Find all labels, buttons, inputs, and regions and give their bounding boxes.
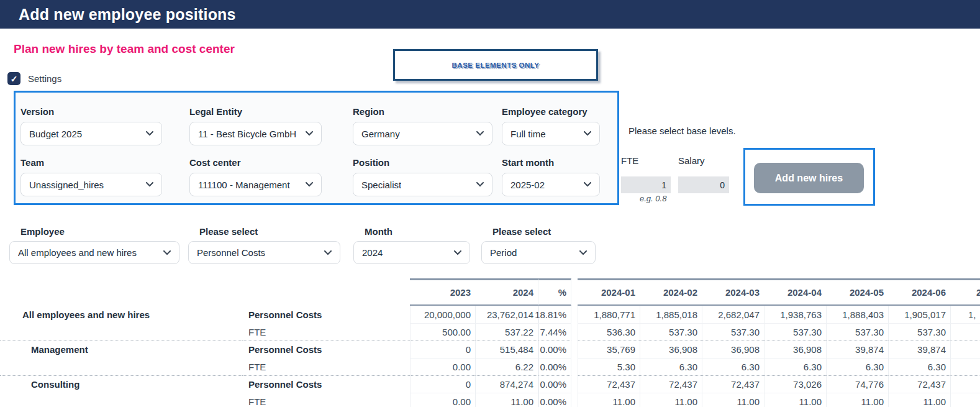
value-cell: 7.44% — [538, 323, 571, 341]
value-cell: 72,437 — [640, 375, 702, 393]
value-cell-clipped — [950, 393, 980, 407]
field-position: Position Specialist — [353, 157, 492, 196]
value-cell: 1,888,403 — [826, 306, 888, 323]
chevron-down-icon — [324, 250, 332, 255]
value-cell: 11.00 — [702, 393, 764, 407]
field-cost-center: Cost center 111100 - Management — [189, 157, 322, 196]
page-title: Add new employee positions — [19, 6, 236, 24]
value-cell: 11.00 — [475, 393, 538, 407]
value-cell: 39,874 — [888, 341, 950, 358]
value-cell: 1,905,017 — [888, 306, 950, 323]
field-employee-category: Employee category Full time — [502, 106, 600, 145]
filter-employee: Employee All employees and new hires — [9, 226, 179, 264]
value-cell: 0.00% — [538, 358, 571, 375]
col-header-pct: % — [538, 278, 571, 306]
employee-filter-label: Employee — [20, 226, 179, 237]
measure-filter-dropdown[interactable]: Personnel Costs — [188, 241, 340, 264]
employee-filter-dropdown[interactable]: All employees and new hires — [9, 241, 179, 264]
value-cell: 1,880,771 — [578, 306, 640, 323]
chevron-down-icon — [306, 182, 313, 187]
value-cell: 537.30 — [826, 323, 888, 341]
add-new-hires-button[interactable]: Add new hires — [754, 163, 864, 193]
fte-input[interactable] — [621, 176, 671, 193]
chevron-down-icon — [146, 182, 153, 187]
team-dropdown[interactable]: Unassigned_hires — [20, 173, 162, 196]
cost-center-value: 111100 - Management — [198, 180, 290, 190]
chevron-down-icon — [476, 182, 484, 187]
base-levels-hint: Please select base levels. — [628, 126, 736, 136]
value-cell: 72,437 — [578, 375, 640, 393]
employee-category-value: Full time — [510, 129, 546, 139]
col-header-clipped: 2 — [950, 278, 980, 306]
base-elements-banner: BASE ELEMENTS ONLY — [393, 49, 598, 81]
value-cell: 874,274 — [475, 375, 538, 393]
col-header-2024-05: 2024-05 — [826, 278, 888, 306]
month-filter-label: Month — [365, 226, 470, 237]
settings-checkbox-label: Settings — [28, 73, 61, 84]
value-cell-clipped — [950, 358, 980, 375]
value-cell: 74,776 — [826, 375, 888, 393]
metric-label: Personnel Costs — [242, 375, 410, 393]
period-filter-value: Period — [490, 247, 517, 258]
start-month-value: 2025-02 — [510, 180, 545, 190]
col-header-2024-02: 2024-02 — [640, 278, 702, 306]
value-cell: 0 — [410, 375, 475, 393]
value-cell: 2,682,047 — [702, 306, 764, 323]
legal-entity-dropdown[interactable]: 11 - Best Bicycle GmbH — [189, 122, 322, 145]
col-header-2024-06: 2024-06 — [888, 278, 950, 306]
value-cell: 11.00 — [764, 393, 826, 407]
fte-label: FTE — [621, 155, 638, 166]
chevron-down-icon — [454, 250, 461, 255]
salary-input[interactable] — [678, 176, 729, 193]
settings-panel: Version Budget 2025 Legal Entity 11 - Be… — [14, 91, 619, 205]
cost-center-dropdown[interactable]: 111100 - Management — [189, 173, 322, 196]
cost-center-label: Cost center — [189, 157, 322, 168]
table-row: FTE 0.00 6.22 0.00% 5.30 6.30 6.30 6.30 … — [0, 358, 980, 375]
value-cell: 0 — [410, 341, 475, 358]
value-cell: 537.30 — [702, 323, 764, 341]
value-cell: 0.00% — [538, 341, 571, 358]
row-label — [0, 393, 242, 407]
row-label: Management — [0, 341, 242, 358]
metric-label: FTE — [242, 323, 410, 341]
version-dropdown[interactable]: Budget 2025 — [20, 122, 162, 145]
table-header-row: 2023 2024 % 2024-01 2024-02 2024-03 2024… — [0, 278, 980, 306]
settings-checkbox[interactable]: ✓ — [7, 72, 20, 85]
version-label: Version — [20, 106, 162, 117]
value-cell-clipped — [950, 323, 980, 341]
region-dropdown[interactable]: Germany — [353, 122, 492, 145]
start-month-label: Start month — [502, 157, 600, 168]
value-cell: 35,769 — [578, 341, 640, 358]
value-cell: 537.30 — [640, 323, 702, 341]
value-cell: 6.30 — [764, 358, 826, 375]
value-cell: 6.30 — [888, 358, 950, 375]
month-filter-dropdown[interactable]: 2024 — [353, 241, 470, 264]
col-header-2024-03: 2024-03 — [702, 278, 764, 306]
value-cell: 537.30 — [888, 323, 950, 341]
value-cell: 6.30 — [702, 358, 764, 375]
chevron-down-icon — [579, 250, 587, 255]
legal-entity-label: Legal Entity — [189, 106, 322, 117]
start-month-dropdown[interactable]: 2025-02 — [502, 173, 600, 196]
chevron-down-icon — [476, 131, 484, 136]
value-cell: 0.00% — [538, 375, 571, 393]
legal-entity-value: 11 - Best Bicycle GmbH — [198, 129, 296, 139]
fte-example-hint: e.g. 0.8 — [640, 194, 666, 203]
region-label: Region — [353, 106, 492, 117]
value-cell: 0.00 — [410, 358, 475, 375]
value-cell: 73,026 — [764, 375, 826, 393]
period-filter-dropdown[interactable]: Period — [481, 241, 596, 264]
value-cell: 36,908 — [702, 341, 764, 358]
table-row: All employees and new hires Personnel Co… — [0, 306, 980, 323]
chevron-down-icon — [146, 131, 153, 136]
employee-filter-value: All employees and new hires — [18, 247, 137, 258]
value-cell: 537.22 — [475, 323, 538, 341]
value-cell: 23,762,014 — [475, 306, 538, 323]
metric-label: FTE — [242, 358, 410, 375]
metric-label: Personnel Costs — [242, 306, 410, 323]
position-dropdown[interactable]: Specialist — [353, 173, 492, 196]
employee-category-dropdown[interactable]: Full time — [502, 122, 600, 145]
value-cell: 36,908 — [764, 341, 826, 358]
value-cell: 537.30 — [764, 323, 826, 341]
add-new-hires-highlight-box: Add new hires — [743, 148, 875, 206]
